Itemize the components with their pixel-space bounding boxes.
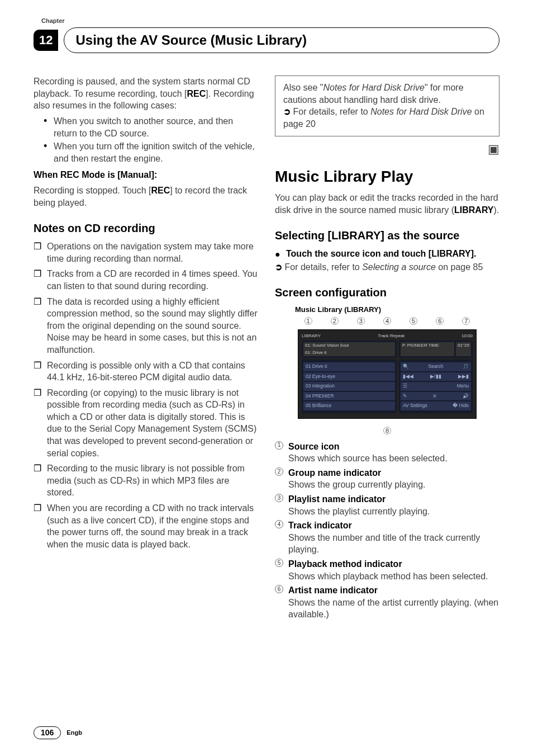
ss-track-time: 01"29: [456, 342, 471, 357]
music-library-play-heading: Music Library Play: [275, 166, 499, 187]
legend-number: 1: [275, 441, 283, 450]
legend-desc: Shows the playlist currently playing.: [288, 505, 499, 518]
text: For details, refer to: [284, 262, 362, 272]
screenshot-callouts-top: 1 2 3 4 5 6 7: [295, 317, 479, 325]
selecting-library-heading: Selecting [LIBRARY] as the source: [275, 228, 499, 243]
rec-label: REC: [151, 186, 170, 195]
note-item: Recording to the music library is not po…: [34, 462, 258, 499]
text: For details, refer to: [293, 107, 370, 116]
screenshot-callout-bottom: 8: [275, 427, 499, 435]
ss-clock: 10:00: [461, 333, 473, 339]
hdd-callout-box: Also see "Notes for Hard Disk Drive" for…: [275, 75, 499, 136]
note-item: The data is recorded using a highly effi…: [34, 296, 258, 356]
chapter-header: 12 Using the AV Source (Music Library): [34, 27, 499, 53]
left-column: Recording is paused, and the system star…: [34, 75, 258, 623]
ss-group-name: 01: Sound Vision Soul: [303, 342, 395, 349]
page-number: 106: [34, 726, 61, 739]
ss-edit-button[interactable]: ✎: [403, 393, 407, 399]
ss-prev-button[interactable]: ▮◀◀: [403, 374, 413, 380]
chapter-label: Chapter: [41, 17, 499, 25]
ss-track-item[interactable]: 05 Brilliance: [303, 401, 395, 410]
screenshot-title: Music Library (LIBRARY): [295, 305, 499, 315]
legend-desc: Shows the group currently playing.: [288, 479, 499, 491]
callout-4: 4: [383, 317, 391, 325]
legend-number: 2: [275, 467, 283, 476]
text: ] as the source: [380, 229, 459, 242]
legend-number: 5: [275, 559, 283, 567]
ss-volume-button[interactable]: 🔊: [463, 393, 469, 399]
text: Recording is stopped. Touch [: [34, 186, 151, 195]
legend-number: 3: [275, 494, 283, 502]
ss-menu-button[interactable]: Menu: [457, 383, 469, 389]
reference-title: Notes for Hard Disk Drive: [323, 83, 425, 92]
text: Also see ": [283, 83, 323, 92]
note-item: Tracks from a CD are recorded in 4 times…: [34, 268, 258, 292]
bullet-item: When you turn off the ignition switch of…: [54, 140, 258, 164]
note-item: Recording is possible only with a CD tha…: [34, 360, 258, 384]
chapter-number-badge: 12: [34, 30, 58, 51]
callout-2: 2: [331, 317, 339, 325]
callout-6: 6: [436, 317, 444, 325]
manual-mode-heading: When REC Mode is [Manual]:: [34, 169, 258, 181]
text: ).: [494, 205, 499, 215]
ss-track-item[interactable]: 03 Integration: [303, 382, 395, 390]
legend-number: 4: [275, 520, 283, 528]
ss-play-pause-button[interactable]: ▶/▮▮: [430, 374, 441, 380]
ss-list-button[interactable]: ☰: [403, 383, 407, 389]
chapter-title: Using the AV Source (Music Library): [64, 27, 499, 53]
ss-source-label: LIBRARY: [302, 333, 321, 339]
legend-title: Playlist name indicator: [288, 494, 386, 504]
arrow-icon: [275, 262, 284, 272]
legend-item: 1Source iconShows which source has been …: [275, 441, 499, 465]
library-label: LIBRARY: [331, 229, 380, 242]
legend-item: 2Group name indicatorShows the group cur…: [275, 467, 499, 491]
stop-icon: ▣: [275, 141, 499, 158]
legend-desc: Shows which playback method has been sel…: [288, 570, 499, 583]
callout-8: 8: [383, 427, 391, 434]
rec-label: REC: [187, 89, 206, 98]
ss-av-settings-button[interactable]: AV Settings: [403, 403, 427, 409]
legend-title: Playback method indicator: [288, 559, 402, 569]
legend-desc: Shows which source has been selected.: [288, 452, 499, 465]
ss-track-item[interactable]: 04 PREMIER: [303, 392, 395, 400]
legend-item: 4Track indicatorShows the number and tit…: [275, 519, 499, 556]
manual-mode-paragraph: Recording is stopped. Touch [REC] to rec…: [34, 185, 258, 209]
note-item: Operations on the navigation system may …: [34, 240, 258, 264]
legend-number: 6: [275, 585, 283, 593]
screen-configuration-heading: Screen configuration: [275, 285, 499, 300]
screenshot-legend: 1Source iconShows which source has been …: [275, 441, 499, 621]
callout-1: 1: [304, 317, 312, 325]
intro-paragraph: Recording is paused, and the system star…: [34, 75, 258, 112]
library-screenshot: LIBRARY Track Repeat 10:00 01: Sound Vis…: [298, 329, 477, 419]
text: ].: [471, 249, 477, 258]
legend-desc: Shows the number and title of the track …: [288, 532, 499, 556]
ss-next-button[interactable]: ▶▶▮: [458, 374, 469, 380]
music-library-play-paragraph: You can play back or edit the tracks rec…: [275, 192, 499, 216]
legend-desc: Shows the name of the artist currently p…: [288, 597, 499, 621]
library-label: LIBRARY: [431, 249, 471, 258]
note-item: When you are recording a CD with no trac…: [34, 502, 258, 550]
legend-item: 5Playback method indicatorShows which pl…: [275, 558, 499, 582]
ss-artist-name: P. PIONEER TIME: [401, 342, 454, 357]
bullet-item: When you switch to another source, and t…: [54, 115, 258, 139]
ss-track-item[interactable]: 01 Drive it: [303, 362, 395, 371]
text: on page 85: [436, 262, 483, 272]
legend-title: Source icon: [288, 442, 340, 451]
callout-3: 3: [357, 317, 365, 325]
legend-item: 6Artist name indicatorShows the name of …: [275, 584, 499, 621]
ss-hide-button[interactable]: � Hide: [453, 403, 469, 409]
reference-title: Selecting a source: [362, 262, 436, 272]
legend-title: Track indicator: [288, 521, 352, 530]
ss-random-button[interactable]: ⤨: [432, 393, 437, 399]
text: Search: [428, 363, 443, 370]
page-footer: 106 Engb: [34, 726, 82, 739]
ss-search-button[interactable]: 🔍Search🎵: [401, 362, 471, 371]
ss-playlist-name: 01: Drive it: [303, 349, 395, 357]
selecting-source-reference: For details, refer to Selecting a source…: [275, 261, 499, 273]
ss-track-item[interactable]: 02 Eye-to-eye: [303, 372, 395, 381]
text: Selecting [: [275, 229, 331, 242]
notes-heading: Notes on CD recording: [34, 221, 258, 236]
legend-item: 3Playlist name indicatorShows the playli…: [275, 493, 499, 517]
right-column: Also see "Notes for Hard Disk Drive" for…: [275, 75, 499, 623]
ss-playback-mode: Track Repeat: [378, 333, 404, 339]
